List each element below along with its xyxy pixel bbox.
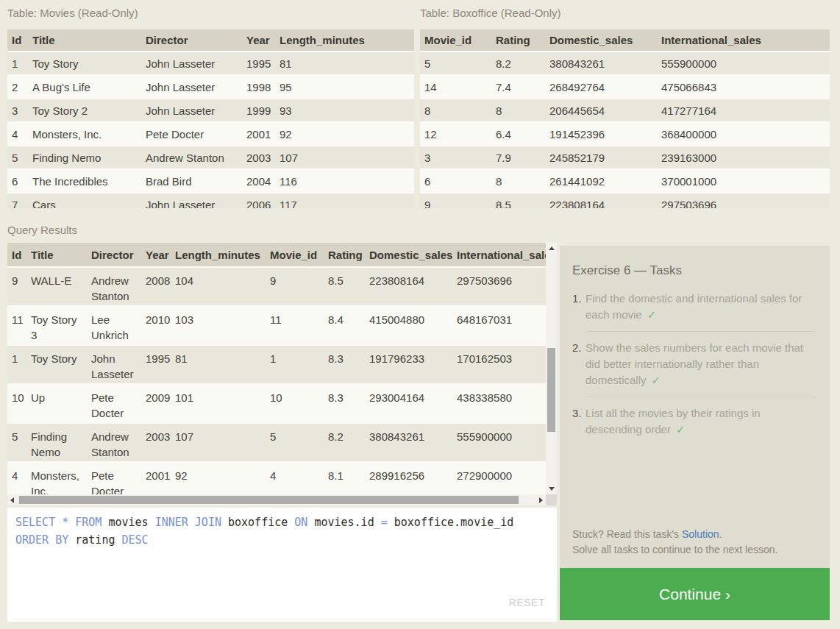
task-number: 1. xyxy=(572,291,585,332)
header-cell: Id xyxy=(7,243,26,267)
table-row: 6The IncrediblesBrad Bird2004116 xyxy=(7,169,414,193)
cell: 6.4 xyxy=(491,122,545,146)
cell: 10 xyxy=(7,384,26,423)
sql-keyword: = xyxy=(381,516,388,529)
header-cell: Title xyxy=(28,29,141,51)
solve-note: Solve all tasks to continue to the next … xyxy=(572,542,816,558)
cell: 8 xyxy=(491,99,545,122)
cell: 14 xyxy=(420,75,491,99)
hint-block: Stuck? Read this task's Solution. Solve … xyxy=(572,527,816,558)
vertical-scrollbar[interactable] xyxy=(546,243,557,494)
code-line: SELECT * FROM movies INNER JOIN boxoffic… xyxy=(15,513,557,531)
table-row: 147.4268492764475066843 xyxy=(420,75,830,99)
sql-identifier: boxoffice.movie_id xyxy=(388,516,514,529)
cell: 297503696 xyxy=(452,267,546,306)
cell: 10 xyxy=(266,384,324,423)
header-cell: Movie_id xyxy=(266,243,324,267)
cell: 7.9 xyxy=(491,146,545,169)
reset-button[interactable]: RESET xyxy=(509,597,545,608)
cell: Toy Story xyxy=(26,345,87,384)
sql-keyword: ORDER BY xyxy=(15,533,68,547)
sql-identifier: boxoffice xyxy=(221,516,294,529)
task-number: 3. xyxy=(572,405,585,446)
cell: 4 xyxy=(7,462,26,494)
cell: Finding Nemo xyxy=(28,146,141,169)
table-row: 4Monsters, Inc.Pete Docter200192 xyxy=(7,122,414,146)
sql-query-editor[interactable]: SELECT * FROM movies INNER JOIN boxoffic… xyxy=(7,508,557,622)
cell: 8.5 xyxy=(491,193,545,208)
cell: 239163000 xyxy=(657,146,830,169)
header-cell: Year xyxy=(141,243,171,267)
check-icon: ✓ xyxy=(676,423,686,436)
cell: 2001 xyxy=(242,122,275,146)
cell: WALL-E xyxy=(26,267,87,306)
scroll-right-arrow-icon[interactable] xyxy=(539,497,543,503)
boxoffice-table-title: Table: Boxoffice (Read-Only) xyxy=(420,7,560,19)
cell: 4 xyxy=(7,122,28,146)
scroll-down-arrow-icon[interactable] xyxy=(549,487,555,491)
header-cell: Domestic_sales xyxy=(545,29,657,51)
cell: 245852179 xyxy=(545,146,657,169)
cell: 8 xyxy=(420,99,491,122)
cell: 223808164 xyxy=(545,193,657,208)
cell: 7 xyxy=(7,193,28,208)
cell: 438338580 xyxy=(452,384,546,423)
cell: 261441092 xyxy=(545,169,657,193)
table-row: 4Monsters, Inc.Pete Docter20019248.12899… xyxy=(7,462,546,494)
vertical-scrollbar-thumb[interactable] xyxy=(547,348,555,432)
task-item: 2.Show the sales numbers for each movie … xyxy=(572,332,816,397)
cell: 5 xyxy=(420,51,491,75)
query-results-container: IdTitleDirectorYearLength_minutesMovie_i… xyxy=(7,243,557,505)
cell: 107 xyxy=(171,423,266,462)
cell: 8 xyxy=(491,169,545,193)
cell: 191796233 xyxy=(365,345,452,384)
cell: A Bug's Life xyxy=(28,75,141,99)
table-row: 2A Bug's LifeJohn Lasseter199895 xyxy=(7,75,414,99)
cell: 1 xyxy=(266,345,324,384)
cell: John Lasseter xyxy=(141,75,242,99)
cell: 1995 xyxy=(242,51,275,75)
cell: 3 xyxy=(420,146,491,169)
scroll-up-arrow-icon[interactable] xyxy=(549,246,555,250)
cell: John Lasseter xyxy=(141,193,242,208)
sql-keyword: DESC xyxy=(122,533,149,547)
sql-keyword: ON xyxy=(294,516,307,529)
cell: 555900000 xyxy=(657,51,830,75)
cell: 12 xyxy=(420,122,491,146)
cell: 272900000 xyxy=(452,462,546,494)
table-row: 58.2380843261555900000 xyxy=(420,51,830,75)
cell: 8.3 xyxy=(324,345,365,384)
continue-button[interactable]: Continue › xyxy=(560,568,830,620)
cell: 1 xyxy=(7,345,26,384)
stuck-line: Stuck? Read this task's Solution. xyxy=(572,527,816,542)
sql-keyword: SELECT xyxy=(15,516,55,529)
cell: 268492764 xyxy=(545,75,657,99)
sql-identifier xyxy=(55,516,62,529)
stuck-text: Stuck? Read this task's xyxy=(572,528,682,540)
cell: Andrew Stanton xyxy=(141,146,242,169)
header-cell: Id xyxy=(7,29,28,51)
header-cell: Title xyxy=(26,243,87,267)
table-row: 1Toy StoryJohn Lasseter199581 xyxy=(7,51,414,75)
cell: 2008 xyxy=(141,267,171,306)
solution-link[interactable]: Solution xyxy=(682,528,719,540)
movies-table: IdTitleDirectorYearLength_minutes1Toy St… xyxy=(7,29,414,208)
query-results-viewport[interactable]: IdTitleDirectorYearLength_minutesMovie_i… xyxy=(7,243,546,494)
sql-keyword: INNER JOIN xyxy=(155,516,221,529)
check-icon: ✓ xyxy=(652,374,661,386)
cell: Toy Story 2 xyxy=(28,99,141,122)
cell: 5 xyxy=(266,423,324,462)
cell: 92 xyxy=(275,122,414,146)
cell: 206445654 xyxy=(545,99,657,122)
table-row: 1Toy StoryJohn Lasseter19958118.31917962… xyxy=(7,345,546,384)
horizontal-scrollbar-thumb[interactable] xyxy=(19,496,519,504)
sql-code[interactable]: SELECT * FROM movies INNER JOIN boxoffic… xyxy=(7,508,557,549)
task-item: 1.Find the domestic and international sa… xyxy=(572,282,816,332)
cell: 95 xyxy=(275,75,414,99)
cell: 5 xyxy=(7,423,26,462)
task-list: 1.Find the domestic and international sa… xyxy=(572,282,816,446)
table-row: 5Finding NemoAndrew Stanton2003107 xyxy=(7,146,414,169)
scroll-left-arrow-icon[interactable] xyxy=(10,497,14,503)
cell: 223808164 xyxy=(365,267,452,306)
horizontal-scrollbar[interactable] xyxy=(7,494,546,505)
